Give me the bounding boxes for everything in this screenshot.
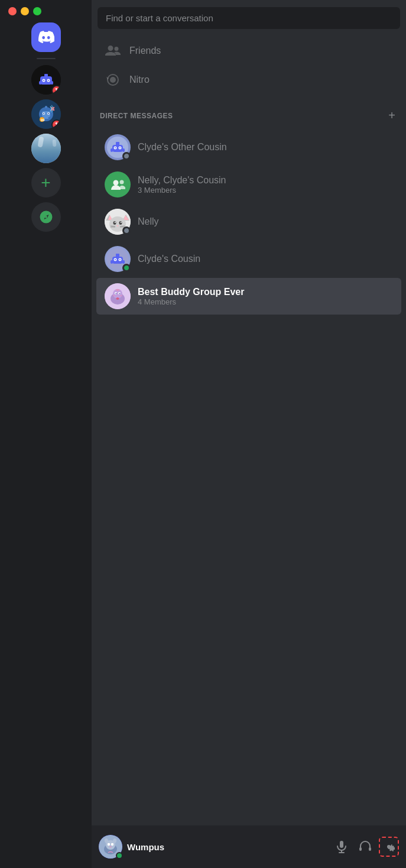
dm-item-clydes-other-cousin[interactable]: Clyde's Other Cousin xyxy=(96,129,401,166)
svg-point-68 xyxy=(120,295,122,296)
status-dot-clydes-cousin xyxy=(122,264,131,272)
server-icon-bot1[interactable]: 1 xyxy=(31,65,61,95)
friends-icon xyxy=(105,43,121,59)
dm-name-best-buddy-group: Best Buddy Group Ever xyxy=(138,287,393,297)
dm-add-button[interactable]: + xyxy=(386,108,398,124)
search-placeholder: Find or start a conversation xyxy=(106,13,213,23)
server-icon-home[interactable] xyxy=(31,22,61,52)
notification-badge-bot1: 1 xyxy=(51,85,61,95)
svg-point-66 xyxy=(119,293,121,294)
dm-item-nelly[interactable]: Nelly xyxy=(96,203,401,240)
dm-list: Clyde's Other Cousin Nelly, Clyde's Cous… xyxy=(92,127,406,478)
dm-info-best-buddy-group: Best Buddy Group Ever 4 Members xyxy=(138,287,393,306)
svg-rect-52 xyxy=(112,257,123,264)
svg-rect-85 xyxy=(359,847,362,851)
dm-spacer xyxy=(92,478,406,826)
notification-badge-bot2: 1 xyxy=(51,119,61,129)
svg-rect-82 xyxy=(340,841,343,848)
status-dot-nelly xyxy=(122,226,131,235)
svg-point-35 xyxy=(120,180,124,184)
window-controls xyxy=(0,7,41,15)
avatar-best-buddy-group xyxy=(105,283,131,309)
svg-rect-26 xyxy=(112,145,123,152)
svg-rect-28 xyxy=(122,148,125,152)
svg-rect-54 xyxy=(122,260,125,264)
maximize-button[interactable] xyxy=(33,7,41,15)
avatar-clydes-cousin xyxy=(105,246,131,272)
svg-rect-55 xyxy=(116,254,119,257)
dm-item-best-buddy-group[interactable]: Best Buddy Group Ever 4 Members xyxy=(96,278,401,315)
svg-point-78 xyxy=(108,843,110,846)
dm-item-nelly-clydes-cousin[interactable]: Nelly, Clyde's Cousin 3 Members xyxy=(96,166,401,203)
close-button[interactable] xyxy=(8,7,17,15)
discover-button[interactable] xyxy=(31,202,61,232)
svg-point-59 xyxy=(119,259,121,260)
friends-nav-item[interactable]: Friends xyxy=(96,37,401,65)
dm-info-nelly: Nelly xyxy=(138,216,393,227)
svg-point-69 xyxy=(117,290,119,292)
friends-label: Friends xyxy=(129,46,161,56)
dm-sub-nelly-clydes-cousin: 3 Members xyxy=(138,186,393,195)
settings-button[interactable] xyxy=(379,837,399,857)
svg-point-45 xyxy=(121,222,122,223)
minimize-button[interactable] xyxy=(21,7,29,15)
svg-point-79 xyxy=(111,843,113,846)
nitro-nav-item[interactable]: Nitro xyxy=(96,66,401,94)
svg-point-12 xyxy=(43,113,44,114)
svg-rect-86 xyxy=(369,847,371,851)
svg-point-32 xyxy=(115,147,116,148)
nav-items: Friends Nitro xyxy=(92,34,406,97)
svg-point-42 xyxy=(113,221,116,225)
svg-rect-1 xyxy=(39,81,41,85)
dm-section-header: DIRECT MESSAGES + xyxy=(92,97,406,127)
svg-point-77 xyxy=(109,846,112,848)
dm-sub-best-buddy-group: 4 Members xyxy=(138,297,393,306)
add-server-button[interactable]: + xyxy=(31,168,61,197)
user-name: Wumpus xyxy=(127,842,327,852)
server-sidebar: 1 xyxy=(0,0,92,868)
svg-point-7 xyxy=(48,80,49,81)
avatar-nelly-clydes-cousin xyxy=(105,171,131,197)
dm-info-clydes-other-cousin: Clyde's Other Cousin xyxy=(138,142,393,153)
svg-point-65 xyxy=(116,293,117,294)
server-icon-bot2[interactable]: 99 1 xyxy=(31,99,61,129)
svg-rect-29 xyxy=(116,142,119,145)
server-divider xyxy=(37,58,56,59)
dm-info-nelly-clydes-cousin: Nelly, Clyde's Cousin 3 Members xyxy=(138,175,393,195)
svg-rect-27 xyxy=(111,148,113,152)
svg-rect-53 xyxy=(111,260,113,264)
nitro-label: Nitro xyxy=(129,75,150,85)
svg-point-44 xyxy=(115,222,116,223)
dm-item-clydes-cousin[interactable]: Clyde's Cousin xyxy=(96,241,401,277)
server-icon-water[interactable] xyxy=(31,134,61,163)
user-panel: Wumpus xyxy=(92,825,406,868)
dm-info-clydes-cousin: Clyde's Cousin xyxy=(138,254,393,264)
svg-point-6 xyxy=(43,80,44,81)
svg-point-67 xyxy=(113,295,115,296)
svg-point-18 xyxy=(45,106,47,108)
dm-name-clydes-other-cousin: Clyde's Other Cousin xyxy=(138,142,393,153)
svg-point-24 xyxy=(110,77,116,83)
svg-rect-0 xyxy=(40,76,52,85)
svg-point-34 xyxy=(113,180,119,186)
svg-point-58 xyxy=(115,259,116,260)
svg-rect-3 xyxy=(44,74,48,77)
dm-name-nelly: Nelly xyxy=(138,216,393,227)
headphones-button[interactable] xyxy=(355,837,375,857)
microphone-button[interactable] xyxy=(332,837,352,857)
svg-point-13 xyxy=(48,113,49,114)
dm-name-nelly-clydes-cousin: Nelly, Clyde's Cousin xyxy=(138,175,393,186)
dm-name-clydes-cousin: Clyde's Cousin xyxy=(138,254,393,264)
nitro-icon xyxy=(105,72,121,88)
avatar-clydes-other-cousin xyxy=(105,134,131,160)
svg-point-46 xyxy=(117,225,119,226)
search-bar[interactable]: Find or start a conversation xyxy=(98,7,400,29)
svg-point-33 xyxy=(119,147,121,148)
user-avatar xyxy=(99,835,122,859)
user-status-dot xyxy=(116,852,123,859)
avatar-nelly xyxy=(105,209,131,235)
svg-point-22 xyxy=(45,216,47,218)
dm-section-title: DIRECT MESSAGES xyxy=(100,112,173,120)
svg-rect-2 xyxy=(51,81,53,85)
dm-panel: Find or start a conversation Friends Nit… xyxy=(92,0,406,868)
